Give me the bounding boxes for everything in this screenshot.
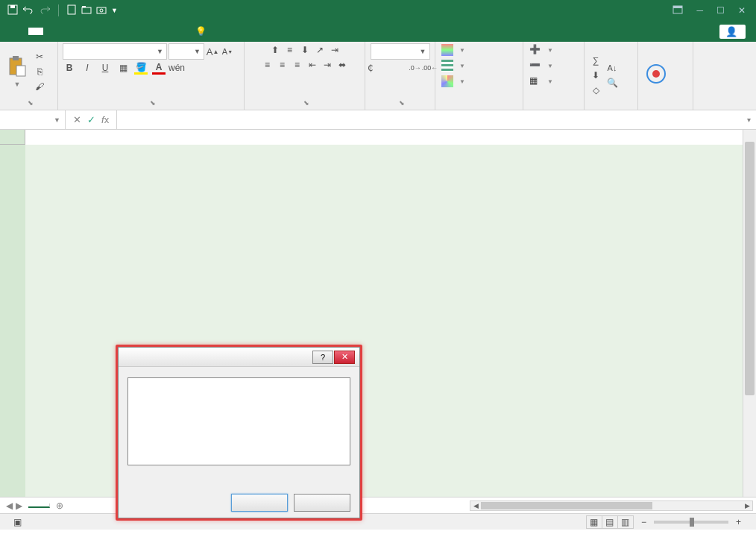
fx-icon[interactable]: fx [101, 114, 109, 125]
group-launcher-icon[interactable]: ⬊ [399, 99, 405, 107]
delete-cells-button[interactable]: ➖▼ [528, 59, 579, 72]
sort-icon[interactable]: A↓ [605, 61, 619, 75]
group-launcher-icon[interactable]: ⬊ [28, 99, 34, 107]
indent-inc-icon[interactable]: ⇥ [321, 58, 334, 72]
camera-icon[interactable] [96, 4, 107, 17]
maximize-icon[interactable]: ☐ [716, 5, 725, 16]
format-painter-icon[interactable]: 🖌 [33, 80, 46, 93]
redo-icon[interactable] [39, 4, 51, 17]
clear-icon[interactable]: ◇ [589, 84, 602, 97]
wrap-text-icon[interactable]: ⇥ [328, 43, 341, 57]
align-left-icon[interactable]: ≡ [261, 58, 274, 72]
tell-me[interactable]: 💡 [195, 26, 210, 37]
new-icon[interactable] [66, 4, 77, 17]
shrink-font-icon[interactable]: A▼ [221, 45, 234, 58]
name-box[interactable]: ▼ [0, 110, 66, 129]
font-name-combo[interactable]: ▼ [63, 43, 167, 60]
italic-icon[interactable]: I [81, 61, 94, 75]
tab-formula[interactable] [82, 28, 97, 35]
fill-color-icon[interactable]: 🪣 [134, 61, 148, 75]
select-all-button[interactable] [0, 130, 25, 145]
dialog-close-button[interactable]: ✕ [334, 351, 355, 364]
scroll-left-icon[interactable]: ◀ [470, 502, 481, 509]
group-launcher-icon[interactable]: ⬊ [303, 99, 309, 107]
open-icon[interactable] [81, 4, 92, 17]
align-bottom-icon[interactable]: ⬇ [298, 43, 312, 57]
undo-icon[interactable] [22, 4, 34, 17]
zoom-slider[interactable] [654, 521, 728, 524]
horizontal-scrollbar[interactable]: ◀ ▶ [470, 500, 753, 511]
dec-decimal-icon[interactable]: .00← [423, 61, 437, 75]
save-icon[interactable] [7, 4, 18, 17]
tab-home[interactable] [28, 28, 43, 35]
unhide-listbox[interactable] [127, 377, 350, 465]
view-layout-icon[interactable]: ▤ [602, 515, 618, 529]
ok-button[interactable] [231, 494, 288, 512]
percent-icon[interactable] [379, 61, 392, 75]
dialog-help-button[interactable]: ? [312, 351, 333, 364]
group-launcher-icon[interactable]: ⬊ [150, 99, 156, 107]
number-format-combo[interactable]: ▼ [371, 43, 430, 60]
format-cells-button[interactable]: ▦▼ [528, 75, 579, 88]
align-right-icon[interactable]: ≡ [291, 58, 304, 72]
orientation-icon[interactable]: ↗ [313, 43, 327, 57]
new-sheet-button[interactable]: ⊕ [50, 500, 69, 511]
autosum-icon[interactable]: ∑ [589, 54, 602, 67]
indent-dec-icon[interactable]: ⇤ [306, 58, 319, 72]
view-normal-icon[interactable]: ▦ [586, 515, 602, 529]
align-middle-icon[interactable]: ≡ [283, 43, 297, 57]
merge-icon[interactable]: ⬌ [336, 58, 349, 72]
zoom-in-icon[interactable]: + [736, 517, 741, 527]
vertical-scrollbar[interactable] [743, 130, 756, 497]
macro-record-icon[interactable]: ▣ [13, 517, 22, 527]
tab-view[interactable] [136, 28, 151, 35]
phonetic-icon[interactable]: wén [170, 61, 183, 75]
ribbon-options-icon[interactable] [672, 5, 683, 16]
tab-insert[interactable] [46, 28, 61, 35]
sheet-tab-active[interactable] [28, 503, 50, 508]
comma-icon[interactable] [394, 61, 407, 75]
share-button[interactable]: 👤 [719, 25, 746, 39]
table-format-button[interactable]: ▼ [440, 59, 518, 72]
bold-icon[interactable]: B [63, 61, 76, 75]
tab-last-icon[interactable]: ▶ [16, 500, 22, 511]
tab-file[interactable] [10, 28, 25, 35]
tab-review[interactable] [118, 28, 133, 35]
paste-button[interactable]: ▼ [4, 54, 30, 90]
insert-cells-button[interactable]: ➕▼ [528, 43, 579, 57]
cut-icon[interactable]: ✂ [33, 50, 46, 63]
scrollbar-thumb[interactable] [481, 502, 652, 509]
expand-formula-icon[interactable]: ▾ [741, 116, 756, 124]
tab-first-icon[interactable]: ◀ [6, 500, 13, 511]
align-top-icon[interactable]: ⬆ [268, 43, 282, 57]
cond-format-button[interactable]: ▼ [440, 43, 518, 57]
cancel-button[interactable] [294, 494, 350, 512]
dialog-titlebar[interactable]: ? ✕ [119, 348, 359, 367]
enter-formula-icon[interactable]: ✓ [87, 114, 95, 125]
copy-icon[interactable]: ⎘ [33, 65, 46, 78]
scroll-right-icon[interactable]: ▶ [742, 502, 752, 509]
find-icon[interactable]: 🔍 [605, 76, 619, 90]
tab-data[interactable] [100, 28, 115, 35]
scrollbar-thumb[interactable] [745, 142, 755, 395]
cancel-formula-icon[interactable]: ✕ [73, 114, 81, 125]
underline-icon[interactable]: U [98, 61, 112, 75]
cell-style-button[interactable]: ▼ [440, 75, 518, 88]
close-icon[interactable]: ✕ [738, 5, 746, 16]
baidu-save-button[interactable] [643, 62, 670, 89]
font-size-combo[interactable]: ▼ [168, 43, 204, 60]
inc-decimal-icon[interactable]: .0→ [409, 61, 422, 75]
currency-icon[interactable]: ₵ [364, 61, 377, 75]
fill-icon[interactable]: ⬇ [589, 69, 602, 82]
tab-dev[interactable] [154, 28, 168, 35]
tab-layout[interactable] [64, 28, 79, 35]
view-pagebreak-icon[interactable]: ▥ [617, 515, 634, 529]
tab-baidu[interactable] [171, 28, 186, 35]
grow-font-icon[interactable]: A▲ [206, 45, 219, 58]
font-color-icon[interactable]: A [152, 61, 166, 75]
minimize-icon[interactable]: ─ [696, 5, 703, 16]
zoom-out-icon[interactable]: − [641, 517, 646, 527]
align-center-icon[interactable]: ≡ [276, 58, 289, 72]
qa-customize-icon[interactable]: ▼ [111, 7, 118, 14]
formula-input[interactable] [117, 110, 741, 129]
